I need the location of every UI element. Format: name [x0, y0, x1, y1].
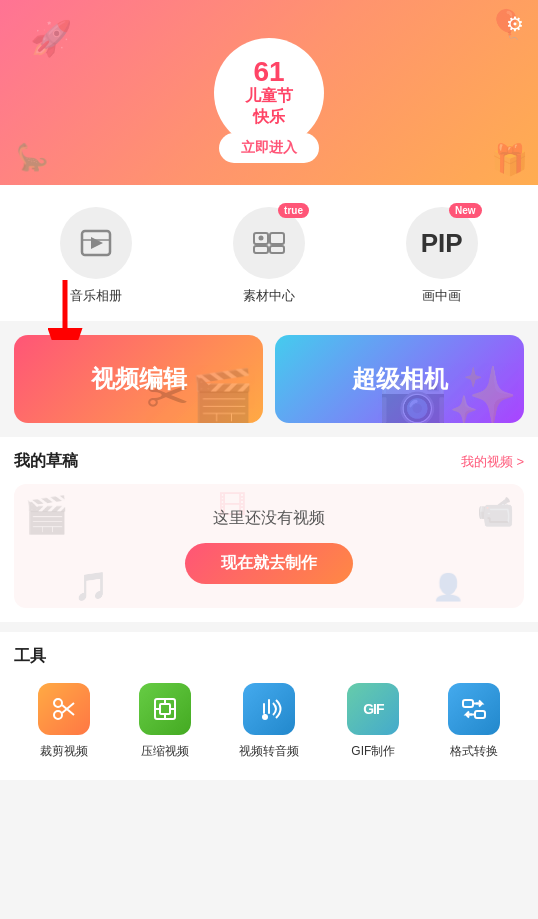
- tools-grid: 裁剪视频 压缩视频: [14, 683, 524, 760]
- compress-video-icon: [139, 683, 191, 735]
- svg-rect-22: [263, 703, 265, 714]
- pip-new-badge: New: [449, 203, 482, 218]
- svg-rect-6: [270, 246, 284, 253]
- svg-rect-24: [463, 700, 473, 707]
- material-center-label: 素材中心: [243, 287, 295, 305]
- pip-icon-wrap: New PIP: [406, 207, 478, 279]
- svg-line-13: [62, 703, 74, 713]
- feature-pip[interactable]: New PIP 画中画: [387, 207, 497, 305]
- super-camera-button[interactable]: 超级相机 📷✨: [275, 335, 524, 423]
- svg-point-10: [54, 699, 62, 707]
- gif-label: GIF制作: [351, 743, 395, 760]
- drafts-title: 我的草稿: [14, 451, 78, 472]
- tool-video-to-audio[interactable]: 视频转音频: [239, 683, 299, 760]
- svg-rect-25: [475, 711, 485, 718]
- svg-marker-1: [91, 237, 103, 249]
- music-album-icon-wrap: [60, 207, 132, 279]
- cut-video-label: 裁剪视频: [40, 743, 88, 760]
- big-buttons-row: 视频编辑 ✂🎬 超级相机 📷✨: [14, 335, 524, 423]
- video-to-audio-icon: [243, 683, 295, 735]
- banner-enter-button[interactable]: 立即进入: [219, 133, 319, 163]
- banner-number: 61: [253, 58, 284, 86]
- music-album-icon: [78, 225, 114, 261]
- empty-draft-text: 这里还没有视频: [213, 508, 325, 529]
- video-to-audio-label: 视频转音频: [239, 743, 299, 760]
- make-video-button[interactable]: 现在就去制作: [185, 543, 353, 584]
- gif-icon: GIF: [347, 683, 399, 735]
- settings-icon[interactable]: ⚙: [506, 12, 524, 36]
- tools-section: 工具 裁剪视频: [0, 632, 538, 780]
- material-center-icon: [251, 225, 287, 261]
- material-center-icon-wrap: true: [233, 207, 305, 279]
- big-buttons-container: 视频编辑 ✂🎬 超级相机 📷✨: [0, 335, 538, 423]
- drafts-section: 我的草稿 我的视频 > 🎬 🎵 📹 👤 🎞 这里还没有视频 现在就去制作: [0, 437, 538, 622]
- banner: ⚙ 🚀 🎈 🎁 🦕 61 儿童节 快乐 立即进入: [0, 0, 538, 185]
- svg-rect-4: [270, 233, 284, 244]
- drafts-header: 我的草稿 我的视频 >: [14, 451, 524, 472]
- audio-svg: [255, 695, 283, 723]
- tool-format-convert[interactable]: 格式转换: [448, 683, 500, 760]
- svg-point-7: [258, 236, 263, 241]
- super-camera-label: 超级相机: [352, 363, 448, 395]
- svg-point-11: [54, 711, 62, 719]
- scissors-svg: [50, 695, 78, 723]
- format-convert-label: 格式转换: [450, 743, 498, 760]
- pip-label: 画中画: [422, 287, 461, 305]
- my-videos-link[interactable]: 我的视频 >: [461, 453, 524, 471]
- banner-text1: 儿童节: [245, 86, 293, 107]
- video-edit-button[interactable]: 视频编辑 ✂🎬: [14, 335, 263, 423]
- tool-gif[interactable]: GIF GIF制作: [347, 683, 399, 760]
- empty-draft-box: 🎬 🎵 📹 👤 🎞 这里还没有视频 现在就去制作: [14, 484, 524, 608]
- banner-circle: 61 儿童节 快乐: [214, 38, 324, 148]
- feature-music-album[interactable]: 音乐相册: [41, 207, 151, 305]
- svg-rect-21: [268, 699, 270, 714]
- pip-icon-text: PIP: [421, 228, 463, 259]
- format-convert-icon: [448, 683, 500, 735]
- compress-svg: [151, 695, 179, 723]
- cut-video-icon: [38, 683, 90, 735]
- compress-video-label: 压缩视频: [141, 743, 189, 760]
- svg-rect-5: [254, 246, 268, 253]
- music-album-label: 音乐相册: [70, 287, 122, 305]
- tools-title: 工具: [14, 646, 524, 667]
- svg-line-12: [62, 705, 74, 715]
- banner-text2: 快乐: [253, 107, 285, 128]
- convert-svg: [460, 695, 488, 723]
- feature-material-center[interactable]: true 素材中心: [214, 207, 324, 305]
- features-row: 音乐相册 true 素材中心 New PIP 画中画: [0, 185, 538, 321]
- tool-compress-video[interactable]: 压缩视频: [139, 683, 191, 760]
- svg-rect-15: [160, 704, 170, 714]
- tool-cut-video[interactable]: 裁剪视频: [38, 683, 90, 760]
- material-new-badge: true: [278, 203, 309, 218]
- video-edit-label: 视频编辑: [91, 363, 187, 395]
- gif-text: GIF: [363, 701, 383, 717]
